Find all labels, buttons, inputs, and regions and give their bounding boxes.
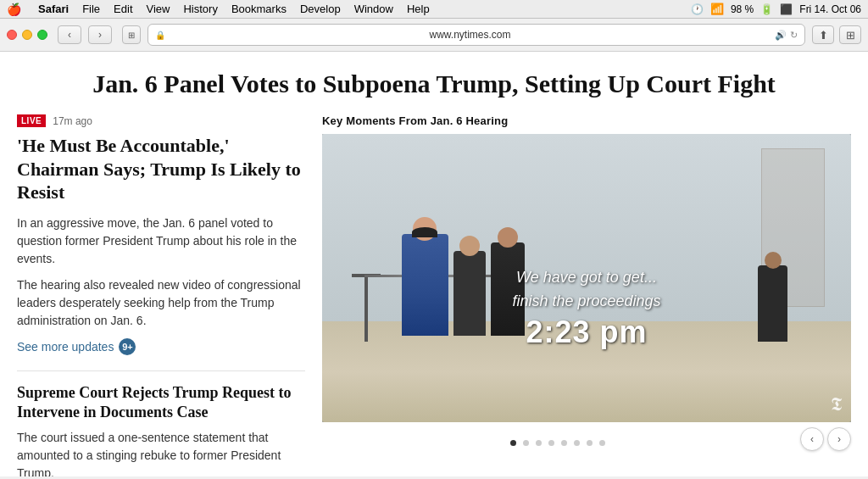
divider [17,370,305,371]
main-headline[interactable]: Jan. 6 Panel Votes to Subpoena Trump, Se… [17,69,851,99]
lock-icon: 🔒 [155,31,165,40]
menu-window[interactable]: Window [354,3,393,15]
video-background: We have got to get... finish the proceed… [322,134,851,422]
menu-view[interactable]: View [147,3,170,15]
carousel-dot-6[interactable] [574,440,580,446]
date-time: Fri 14. Oct 06 [799,3,861,15]
battery-percentage: 98 % [731,3,754,15]
menu-bar-right: 🕐 📶 98 % 🔋 ⬛ Fri 14. Oct 06 [691,3,861,15]
menu-file[interactable]: File [82,3,100,15]
see-more-link[interactable]: See more updates [17,340,114,354]
menu-safari[interactable]: Safari [38,3,69,15]
carousel-dot-1[interactable] [510,440,516,446]
video-player[interactable]: We have got to get... finish the proceed… [322,134,851,422]
see-more-row: See more updates 9+ [17,338,305,355]
share-button[interactable]: ⬆ [812,25,834,44]
address-bar[interactable]: 🔒 www.nytimes.com 🔊 ↻ [147,24,805,46]
reload-button[interactable]: ↻ [790,30,798,41]
story-text-1: In an aggressive move, the Jan. 6 panel … [17,214,305,268]
menu-help[interactable]: Help [407,3,430,15]
time-ago: 17m ago [53,115,92,127]
menu-develop[interactable]: Develop [300,3,341,15]
menu-history[interactable]: History [183,3,217,15]
nyt-content: Jan. 6 Panel Votes to Subpoena Trump, Se… [0,52,868,476]
updates-badge: 9+ [119,338,136,355]
carousel-next-button[interactable]: › [827,427,851,451]
story-text-2: The hearing also revealed new video of c… [17,276,305,330]
menu-bar: 🍎 Safari File Edit View History Bookmark… [0,0,868,19]
back-button[interactable]: ‹ [58,25,81,44]
forward-button[interactable]: › [88,25,112,44]
fullscreen-button[interactable] [37,30,47,40]
sound-icon[interactable]: 🔊 [775,30,787,41]
overlay-quote-line2: finish the proceedings [322,292,851,311]
close-button[interactable] [7,30,17,40]
new-tab-button[interactable]: ⊞ [839,25,861,44]
carousel-dot-2[interactable] [523,440,529,446]
screen-icon: ⬛ [780,3,793,15]
browser-viewport: Jan. 6 Panel Votes to Subpoena Trump, Se… [0,52,868,476]
carousel-dot-5[interactable] [561,440,567,446]
carousel-dots [322,440,793,446]
tab-overview-button[interactable]: ⊞ [122,25,141,44]
overlay-time: 2:23 pm [322,315,851,350]
carousel-dot-7[interactable] [587,440,593,446]
live-badge-row: LIVE 17m ago [17,114,305,127]
second-story-text: The court issued a one-sentence statemen… [17,429,305,476]
subheadline[interactable]: 'He Must Be Accountable,' Chairman Says;… [17,134,305,204]
wifi-icon: 📶 [710,3,724,15]
overlay-quote-line1: We have got to get... [322,268,851,287]
right-column: Key Moments From Jan. 6 Hearing [322,114,851,476]
video-overlay: We have got to get... finish the proceed… [322,268,851,350]
left-column: LIVE 17m ago 'He Must Be Accountable,' C… [17,114,305,476]
traffic-lights [7,30,47,40]
carousel-dot-3[interactable] [536,440,542,446]
battery-icon: 🔋 [760,3,773,15]
safari-toolbar: ‹ › ⊞ 🔒 www.nytimes.com 🔊 ↻ ⬆ ⊞ [0,19,868,52]
nyt-logo: 𝕿 [831,393,843,415]
apple-menu[interactable]: 🍎 [7,3,21,16]
live-badge: LIVE [17,114,46,127]
minimize-button[interactable] [22,30,32,40]
menu-bookmarks[interactable]: Bookmarks [231,3,287,15]
key-moments-label: Key Moments From Jan. 6 Hearing [322,114,851,127]
carousel-prev-button[interactable]: ‹ [800,427,824,451]
time-machine-icon: 🕐 [691,3,704,15]
carousel-dot-4[interactable] [548,440,554,446]
toolbar-right: ⬆ ⊞ [812,25,861,44]
second-story-headline[interactable]: Supreme Court Rejects Trump Request to I… [17,383,305,423]
url-text: www.nytimes.com [169,29,771,41]
carousel-dot-8[interactable] [599,440,605,446]
content-grid: LIVE 17m ago 'He Must Be Accountable,' C… [17,114,851,476]
menu-edit[interactable]: Edit [114,3,132,15]
